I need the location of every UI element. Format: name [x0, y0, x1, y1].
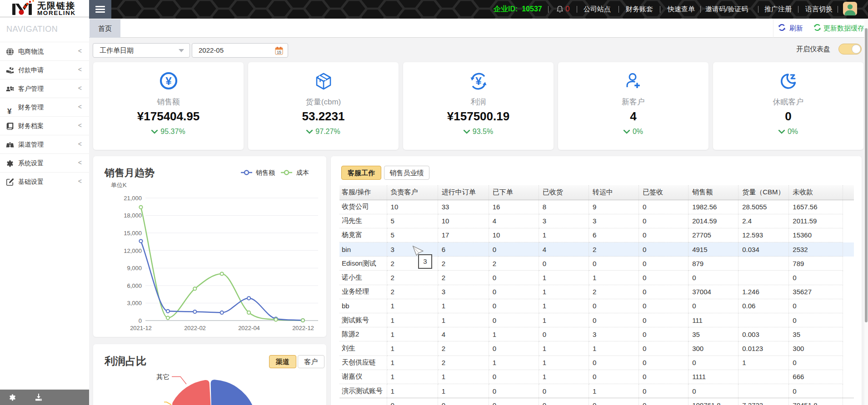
svg-text:2022-04: 2022-04 [238, 325, 260, 331]
svg-text:0: 0 [139, 317, 142, 324]
svg-text:2022-12: 2022-12 [292, 325, 314, 331]
svg-text:2021-12: 2021-12 [130, 325, 152, 331]
svg-text:15,000: 15,000 [124, 230, 142, 237]
svg-text:¥: ¥ [165, 75, 172, 87]
svg-text:18,000: 18,000 [124, 212, 142, 219]
svg-text:成本: 成本 [296, 169, 309, 176]
svg-text:2022-02: 2022-02 [184, 325, 206, 331]
svg-text:单位K: 单位K [111, 182, 127, 188]
svg-text:12,000: 12,000 [124, 247, 142, 254]
svg-text:3,000: 3,000 [127, 300, 142, 306]
svg-text:15: 15 [277, 50, 281, 54]
svg-text:¥: ¥ [475, 75, 482, 87]
svg-text:其它: 其它 [156, 373, 170, 380]
svg-text:21,000: 21,000 [124, 195, 142, 202]
svg-text:无限链接: 无限链接 [37, 1, 75, 10]
svg-text:销售额: 销售额 [255, 169, 275, 176]
svg-text:MORELINK: MORELINK [37, 10, 76, 16]
svg-text:9,000: 9,000 [127, 265, 142, 272]
svg-text:6,000: 6,000 [127, 282, 142, 289]
